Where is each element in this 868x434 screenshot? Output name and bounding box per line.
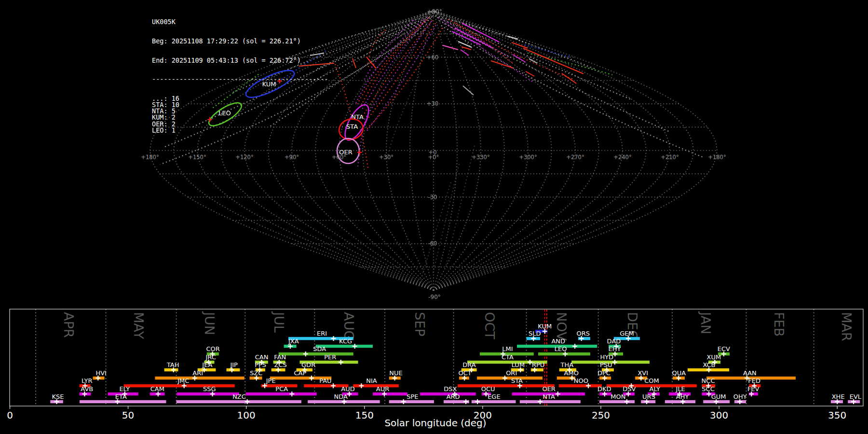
meteor-trail-gray <box>317 23 416 69</box>
meteor-streak <box>562 73 576 83</box>
shower-label-PSU: PSU <box>600 361 612 368</box>
shower-label-DPC: DPC <box>597 369 610 377</box>
begin-time: Beg: 20251108 17:29:22 (sol = 226.21°) <box>152 38 328 44</box>
shower-label-JXA: JXA <box>288 338 299 345</box>
longitude-label: +240° <box>613 154 631 161</box>
radiant-label-STA: STA <box>346 123 358 130</box>
longitude-label: +270° <box>566 154 584 161</box>
month-label-NOV: NOV <box>554 312 569 341</box>
shower-bar-AUR <box>373 393 407 395</box>
shower-label-OCU: OCU <box>481 385 495 393</box>
shower-label-GEM: GEM <box>620 330 634 337</box>
longitude-label: +330° <box>472 154 489 161</box>
shower-label-NCC: NCC <box>702 377 715 384</box>
shower-count: NTA: 5 <box>152 108 328 114</box>
shower-label-JLE: JLE <box>676 385 685 393</box>
longitude-label: +150° <box>188 154 206 161</box>
shower-label-AUR: AUR <box>376 385 389 393</box>
shower-label-ALY: ALY <box>650 385 660 393</box>
shower-label-GDR: GDR <box>301 361 315 368</box>
shower-label-ELY: ELY <box>119 385 130 393</box>
latitude-label: +60 <box>427 54 438 61</box>
longitude-label: +90° <box>285 154 299 161</box>
activity-chart: APRMAYJUNJULAUGSEPOCTNOVDECJANFEBMAR <box>10 309 863 406</box>
shower-label-LUM: LUM <box>512 361 525 368</box>
shower-label-ARI: ARI <box>192 369 203 377</box>
shower-label-JPE: JPE <box>266 377 276 384</box>
shower-label-SSG: SSG <box>203 385 216 393</box>
meteor-streak <box>461 47 471 50</box>
shower-label-XHE: XHE <box>832 393 845 400</box>
shower-bar-ETA <box>80 400 166 403</box>
shower-bar-ORI <box>477 377 542 380</box>
shower-bar-NZC <box>176 400 301 403</box>
meteor-trail-gray <box>439 21 669 132</box>
shower-label-ORI: ORI <box>506 369 517 377</box>
longitude-label: +180° <box>141 154 159 161</box>
shower-label-THA: THA <box>560 361 574 368</box>
shower-label-AMO: AMO <box>564 369 579 377</box>
longitude-label: +300° <box>519 154 537 161</box>
shower-label-FEV: FEV <box>747 385 760 393</box>
observation-legend: UK005K Beg: 20251108 17:29:22 (sol = 226… <box>152 6 328 140</box>
month-label-OCT: OCT <box>482 312 497 339</box>
shower-count: KUM: 2 <box>152 114 328 121</box>
shower-label-CAM: CAM <box>150 385 164 393</box>
meteor-trail-magenta <box>363 21 432 122</box>
shower-label-CTA: CTA <box>502 353 514 361</box>
shower-label-GUM: GUM <box>711 393 726 400</box>
shower-label-CAP: CAP <box>294 369 307 377</box>
month-label-MAR: MAR <box>839 312 854 341</box>
latitude-label: +30 <box>427 100 438 107</box>
shower-label-EGE: EGE <box>488 393 501 400</box>
shower-label-OHY: OHY <box>733 393 747 400</box>
axis-tick-label: 150 <box>355 409 374 421</box>
shower-bar-AHY <box>665 400 695 403</box>
longitude-label: +0° <box>428 154 439 161</box>
shower-label-NUE: NUE <box>389 369 402 377</box>
grid-meridian <box>434 11 693 290</box>
shower-label-SCC: SCC <box>702 385 714 393</box>
axis-tick-label: 300 <box>710 409 728 421</box>
meteor-trail-faint <box>433 164 459 273</box>
axis-tick-label: 50 <box>122 409 134 421</box>
meteor-trail-red <box>364 23 435 123</box>
month-label-SEP: SEP <box>412 312 427 336</box>
meteor-trail-magenta <box>364 20 414 81</box>
longitude-label: +60° <box>332 154 346 161</box>
month-label-JAN: JAN <box>698 311 713 334</box>
shower-label-KUM: KUM <box>538 323 552 330</box>
pole-label-north: +90° <box>427 8 442 15</box>
shower-label-JIP: JIP <box>230 361 238 368</box>
shower-label-PER: PER <box>324 353 336 361</box>
shower-bar-MON <box>599 400 635 403</box>
shower-label-PPS: PPS <box>255 361 266 368</box>
shower-label-HVI: HVI <box>95 369 107 377</box>
month-label-MAY: MAY <box>131 312 146 339</box>
meteor-streak <box>452 31 481 45</box>
month-label-FEB: FEB <box>772 312 787 337</box>
axis-tick-label: 350 <box>828 409 846 421</box>
shower-bar-NTA <box>520 400 581 403</box>
shower-label-DKD: DKD <box>597 385 611 393</box>
meteor-streak <box>443 45 458 50</box>
longitude-label: +180° <box>708 154 726 161</box>
shower-bar-ARI <box>155 377 244 380</box>
shower-label-MON: MON <box>610 393 625 400</box>
shower-label-ARD: ARD <box>447 393 460 400</box>
shower-count: LEO: 1 <box>152 127 328 134</box>
shower-label-HYD: HYD <box>600 353 613 361</box>
shower-bar-SPE <box>389 400 434 403</box>
shower-label-DSV: DSV <box>623 385 636 393</box>
shower-label-AUD: AUD <box>341 385 354 393</box>
shower-label-XCB: XCB <box>703 361 716 368</box>
shower-bar-SDA <box>279 353 353 355</box>
shower-label-RPU: RPU <box>532 361 544 368</box>
month-label-APR: APR <box>61 312 76 338</box>
pole-label-south: -90° <box>428 294 441 300</box>
shower-label-OCT: OCT <box>459 369 472 377</box>
shower-label-SZC: SZC <box>250 369 262 377</box>
shower-bar-SSG <box>177 393 239 395</box>
longitude-label: +210° <box>661 154 678 161</box>
end-time: End: 20251109 05:43:13 (sol = 226.72°) <box>152 57 328 64</box>
